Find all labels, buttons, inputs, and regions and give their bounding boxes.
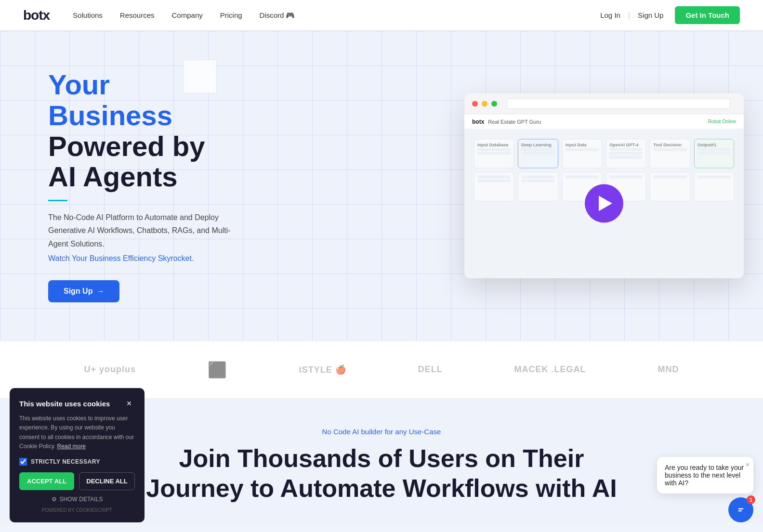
chat-widget: × Are you ready to take your business to… bbox=[657, 457, 753, 522]
hero-title-black: Powered by AI Agents bbox=[48, 131, 231, 193]
wf-node-output: Output#1 bbox=[694, 139, 734, 168]
cookie-show-details-button[interactable]: ⚙ SHOW DETAILS bbox=[52, 496, 103, 503]
wf-node-2 bbox=[474, 172, 514, 202]
hero-title-blue: Your Business bbox=[48, 69, 231, 131]
logo-istyle: iSTYLE 🍎 bbox=[299, 364, 346, 375]
nav-discord[interactable]: Discord 🎮 bbox=[260, 11, 295, 20]
wf-node-input-data: Input Data bbox=[562, 139, 602, 168]
wf-node-3 bbox=[518, 172, 558, 202]
browser-maximize-dot bbox=[491, 101, 497, 106]
nav-links: Solutions Resources Company Pricing Disc… bbox=[73, 11, 600, 20]
logo-orange: ⬛ bbox=[208, 361, 227, 379]
cookie-read-more-link[interactable]: Read more bbox=[57, 443, 85, 450]
browser-content: botx Real Estate GPT Guru Robot Online I… bbox=[464, 114, 744, 278]
wf-node-openai: OpenAI GPT-4 bbox=[606, 139, 646, 168]
cookie-text: This website uses cookies to improve use… bbox=[19, 414, 135, 451]
cookie-title: This website uses cookies bbox=[19, 400, 110, 408]
app-logo: botx bbox=[472, 118, 484, 125]
app-inner: botx Real Estate GPT Guru Robot Online I… bbox=[464, 114, 744, 278]
get-in-touch-button[interactable]: Get In Touch bbox=[675, 6, 740, 24]
app-toolbar: botx Real Estate GPT Guru Robot Online bbox=[464, 114, 744, 129]
chat-bubble-close-button[interactable]: × bbox=[746, 461, 750, 468]
gear-icon: ⚙ bbox=[52, 496, 57, 503]
cookie-buttons: ACCEPT ALL DECLINE ALL bbox=[19, 472, 135, 490]
cookie-header: This website uses cookies × bbox=[19, 398, 135, 409]
play-button[interactable] bbox=[585, 184, 623, 223]
browser-mockup: botx Real Estate GPT Guru Robot Online I… bbox=[464, 93, 744, 278]
chat-bubble-text: Are you ready to take your business to t… bbox=[665, 464, 744, 487]
chat-bubble: × Are you ready to take your business to… bbox=[657, 457, 753, 493]
bottom-tag: No Code AI builder for any Use-Case bbox=[48, 428, 715, 436]
nav-company[interactable]: Company bbox=[172, 11, 203, 19]
cookie-accept-button[interactable]: ACCEPT ALL bbox=[19, 472, 74, 490]
cookie-checkbox-label: STRICTLY NECESSARY bbox=[31, 458, 100, 465]
app-canvas: Input Database Deep Learning Input Data bbox=[464, 129, 744, 278]
hero-signup-button[interactable]: Sign Up → bbox=[48, 280, 119, 302]
browser-bar bbox=[464, 93, 744, 114]
logo-youplus: U+ youplus bbox=[84, 364, 136, 375]
discord-icon: 🎮 bbox=[286, 11, 295, 20]
logo-mnd: MND bbox=[658, 364, 679, 375]
hero-content: Your Business Powered by AI Agents The N… bbox=[0, 31, 279, 341]
browser-close-dot bbox=[472, 101, 478, 106]
nav-divider: | bbox=[628, 11, 630, 20]
chat-open-button[interactable]: 1 bbox=[728, 497, 753, 522]
hero-visual: botx Real Estate GPT Guru Robot Online I… bbox=[464, 93, 744, 278]
cookie-checkbox-row: STRICTLY NECESSARY bbox=[19, 458, 135, 466]
app-tab-label: Real Estate GPT Guru bbox=[488, 118, 541, 124]
browser-url-bar bbox=[507, 98, 730, 109]
browser-minimize-dot bbox=[482, 101, 487, 106]
login-link[interactable]: Log In bbox=[600, 11, 620, 19]
cookie-powered: POWERED BY COOKIESCRIPT bbox=[19, 507, 135, 513]
nav-solutions[interactable]: Solutions bbox=[73, 11, 103, 19]
cookie-close-button[interactable]: × bbox=[123, 398, 135, 409]
bottom-title: Join Thousands of Users on Their Journey… bbox=[48, 443, 715, 504]
hero-subtitle: The No-Code AI Platform to Automate and … bbox=[48, 211, 231, 250]
navbar: botx Solutions Resources Company Pricing… bbox=[0, 0, 763, 31]
wf-node-tool-decision: Tool Decision bbox=[650, 139, 690, 168]
cookie-banner: This website uses cookies × This website… bbox=[10, 388, 145, 522]
arrow-icon: → bbox=[96, 287, 104, 296]
logo-dell: DELL bbox=[418, 364, 443, 375]
hero-divider bbox=[48, 200, 67, 201]
svg-point-0 bbox=[736, 505, 746, 515]
app-status: Robot Online bbox=[708, 119, 736, 124]
hero-section: Your Business Powered by AI Agents The N… bbox=[0, 31, 763, 341]
cookie-checkbox[interactable] bbox=[19, 458, 27, 466]
logo[interactable]: botx bbox=[23, 8, 50, 23]
chat-badge: 1 bbox=[747, 495, 755, 504]
wf-node-deep-learning: Deep Learning bbox=[518, 139, 558, 168]
chat-icon bbox=[735, 504, 747, 516]
wf-node-6 bbox=[650, 172, 690, 202]
hero-cta-text: Watch Your Business Efficiency Skyrocket… bbox=[48, 254, 231, 263]
wf-node-input-db: Input Database bbox=[474, 139, 514, 168]
cookie-decline-button[interactable]: DECLINE ALL bbox=[79, 472, 135, 490]
nav-pricing[interactable]: Pricing bbox=[220, 11, 242, 19]
wf-node-7 bbox=[694, 172, 734, 202]
nav-right: Log In | Sign Up Get In Touch bbox=[600, 6, 740, 24]
logo-macek: MACEK .LEGAL bbox=[514, 364, 586, 375]
signup-link[interactable]: Sign Up bbox=[638, 11, 663, 19]
nav-resources[interactable]: Resources bbox=[120, 11, 155, 19]
